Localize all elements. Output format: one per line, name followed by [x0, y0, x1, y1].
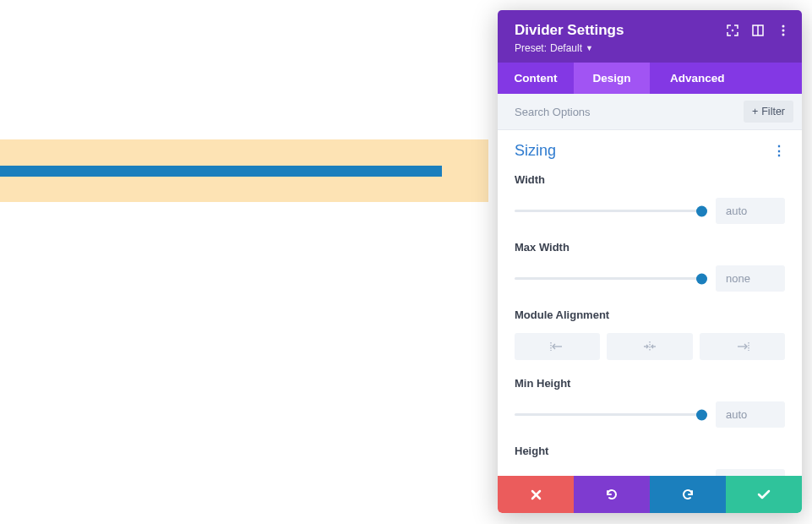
- plus-icon: +: [752, 106, 758, 117]
- svg-point-0: [732, 30, 733, 31]
- preview-canvas: [0, 139, 488, 202]
- filter-label: Filter: [761, 106, 785, 117]
- caret-down-icon: ▼: [586, 44, 593, 52]
- align-right-button[interactable]: [700, 333, 785, 360]
- max-width-slider-thumb[interactable]: [696, 273, 707, 284]
- section-header: Sizing ⋮: [515, 142, 785, 160]
- panel-footer: [498, 476, 802, 513]
- tabs: Content Design Advanced: [498, 63, 802, 94]
- control-min-height: Min Height: [515, 377, 785, 428]
- svg-point-5: [782, 34, 785, 36]
- search-bar: + Filter: [498, 94, 802, 130]
- module-alignment-label: Module Alignment: [515, 308, 785, 321]
- max-width-label: Max Width: [515, 241, 785, 254]
- height-value[interactable]: [716, 469, 785, 476]
- save-button[interactable]: [726, 476, 802, 513]
- height-label: Height: [515, 445, 785, 457]
- max-width-slider[interactable]: [515, 277, 702, 280]
- width-label: Width: [515, 173, 785, 186]
- more-icon[interactable]: [777, 24, 790, 37]
- preset-label: Preset:: [515, 42, 547, 54]
- min-height-label: Min Height: [515, 377, 785, 390]
- tab-design[interactable]: Design: [574, 63, 650, 94]
- tab-advanced[interactable]: Advanced: [650, 63, 802, 94]
- tab-content[interactable]: Content: [498, 63, 574, 94]
- svg-point-4: [782, 30, 785, 32]
- section-title: Sizing: [515, 142, 556, 160]
- panel-header: Divider Settings Preset: Default ▼: [498, 10, 802, 63]
- check-icon: [757, 489, 771, 499]
- width-slider-thumb[interactable]: [696, 205, 707, 216]
- preset-selector[interactable]: Preset: Default ▼: [515, 42, 785, 54]
- cancel-button[interactable]: [498, 476, 574, 513]
- control-max-width: Max Width: [515, 241, 785, 292]
- columns-icon[interactable]: [751, 24, 765, 37]
- settings-panel: Divider Settings Preset: Default ▼: [498, 10, 802, 513]
- align-left-button[interactable]: [515, 333, 600, 360]
- min-height-slider[interactable]: [515, 413, 702, 416]
- min-height-value[interactable]: [716, 401, 785, 428]
- control-height: Height: [515, 445, 785, 476]
- close-icon: [531, 489, 542, 500]
- search-input[interactable]: [515, 106, 744, 118]
- redo-icon: [681, 488, 695, 501]
- align-center-button[interactable]: [607, 333, 692, 360]
- redo-button[interactable]: [650, 476, 726, 513]
- control-module-alignment: Module Alignment: [515, 308, 785, 360]
- undo-icon: [605, 488, 619, 501]
- svg-point-3: [782, 25, 785, 28]
- control-width: Width: [515, 173, 785, 224]
- width-slider[interactable]: [515, 210, 702, 212]
- divider-preview: [0, 166, 442, 177]
- section-more-icon[interactable]: ⋮: [772, 143, 785, 159]
- filter-button[interactable]: + Filter: [744, 101, 793, 123]
- undo-button[interactable]: [574, 476, 650, 513]
- preset-value: Default: [550, 42, 582, 54]
- min-height-slider-thumb[interactable]: [696, 409, 707, 420]
- panel-body: Sizing ⋮ Width Max Width: [498, 130, 802, 476]
- expand-icon[interactable]: [726, 24, 739, 37]
- max-width-value[interactable]: [716, 265, 785, 292]
- width-value[interactable]: [716, 198, 785, 224]
